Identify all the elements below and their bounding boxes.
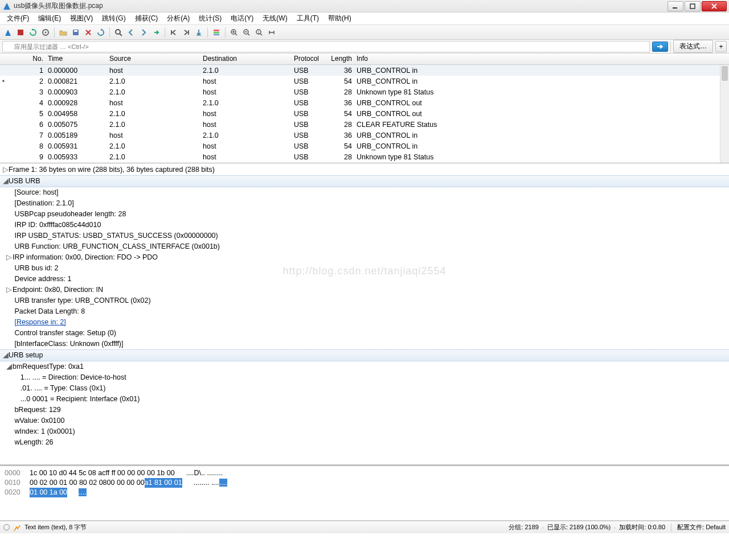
detail-line[interactable]: URB bus id: 2: [0, 263, 729, 274]
detail-line[interactable]: [Destination: 2.1.0]: [0, 198, 729, 209]
detail-line[interactable]: ...0 0001 = Recipient: Interface (0x01): [0, 394, 729, 405]
detail-line[interactable]: Device address: 1: [0, 274, 729, 285]
detail-line[interactable]: ▷Endpoint: 0x80, Direction: IN: [0, 285, 729, 295]
close-file-icon[interactable]: [83, 27, 94, 38]
packet-bytes[interactable]: 00001c 00 10 d0 44 5c 08 ac ff ff 00 00 …: [0, 466, 729, 521]
hex-row[interactable]: 001000 02 00 01 00 80 02 08 00 00 00 00 …: [5, 478, 724, 488]
detail-line[interactable]: IRP USBD_STATUS: USBD_STATUS_SUCCESS (0x…: [0, 230, 729, 241]
detail-line[interactable]: ▷IRP information: 0x00, Direction: FDO -…: [0, 252, 729, 263]
minimize-button[interactable]: [667, 1, 683, 11]
menu-item[interactable]: 捕获(C): [130, 13, 163, 24]
table-row[interactable]: 90.0059332.1.0hostUSB28Unknown type 81 S…: [0, 151, 729, 162]
detail-line[interactable]: Packet Data Length: 8: [0, 306, 729, 317]
svg-rect-1: [690, 4, 695, 9]
apply-filter-button[interactable]: [652, 42, 668, 52]
table-row[interactable]: 40.000928host2.1.0USB36URB_CONTROL out: [0, 97, 729, 108]
col-destination[interactable]: Destination: [200, 53, 292, 64]
detail-line[interactable]: ◢bmRequestType: 0xa1: [0, 361, 729, 372]
auto-scroll-icon[interactable]: [193, 27, 204, 38]
menu-item[interactable]: 帮助(H): [323, 13, 356, 24]
capture-options-icon[interactable]: [40, 27, 51, 38]
detail-line[interactable]: USBPcap pseudoheader length: 28: [0, 209, 729, 220]
colorize-icon[interactable]: [211, 27, 222, 38]
expression-button[interactable]: 表达式…: [673, 40, 713, 53]
detail-line[interactable]: URB Function: URB_FUNCTION_CLASS_INTERFA…: [0, 241, 729, 252]
detail-line[interactable]: [Response in: 2]: [0, 317, 729, 328]
table-row[interactable]: 80.0059312.1.0hostUSB54URB_CONTROL in: [0, 141, 729, 151]
go-forward-icon[interactable]: [138, 27, 149, 38]
restart-capture-icon[interactable]: [27, 27, 39, 38]
start-capture-icon[interactable]: [2, 27, 14, 38]
go-last-icon[interactable]: [181, 27, 192, 38]
detail-line[interactable]: wValue: 0x0100: [0, 415, 729, 426]
menu-item[interactable]: 工具(T): [292, 13, 323, 24]
toolbar: 1: [0, 25, 729, 40]
resize-columns-icon[interactable]: [266, 27, 277, 38]
detail-line[interactable]: wIndex: 1 (0x0001): [0, 426, 729, 437]
detail-line[interactable]: URB transfer type: URB_CONTROL (0x02): [0, 295, 729, 306]
detail-line[interactable]: wLength: 26: [0, 437, 729, 448]
hex-row[interactable]: 002001 00 1a 00....: [5, 488, 724, 497]
hex-row[interactable]: 00001c 00 10 d0 44 5c 08 ac ff ff 00 00 …: [5, 468, 724, 478]
detail-line[interactable]: IRP ID: 0xffffac085c44d010: [0, 220, 729, 230]
table-row[interactable]: 10.000000host2.1.0USB36URB_CONTROL in: [0, 65, 729, 76]
window-title: usb摄像头抓取图像数据.pcap: [14, 1, 666, 11]
close-button[interactable]: [702, 1, 727, 11]
col-protocol[interactable]: Protocol: [292, 53, 326, 64]
menu-item[interactable]: 跳转(G): [97, 13, 130, 24]
menu-item[interactable]: 视图(V): [65, 13, 97, 24]
menu-item[interactable]: 统计(S): [194, 13, 226, 24]
status-bar: Text item (text), 8 字节 分组: 2189 · 已显示: 2…: [0, 521, 729, 533]
col-time[interactable]: Time: [46, 53, 107, 64]
reload-icon[interactable]: [95, 27, 107, 38]
titlebar: usb摄像头抓取图像数据.pcap: [0, 0, 729, 13]
detail-line[interactable]: [bInterfaceClass: Unknown (0xffff)]: [0, 339, 729, 349]
detail-line[interactable]: 1... .... = Direction: Device-to-host: [0, 372, 729, 383]
col-source[interactable]: Source: [107, 53, 200, 64]
menu-item[interactable]: 文件(F): [2, 13, 34, 24]
svg-rect-0: [673, 7, 677, 9]
go-to-icon[interactable]: [150, 27, 162, 38]
capture-file-icon[interactable]: [13, 524, 21, 532]
zoom-reset-icon[interactable]: 1: [253, 27, 265, 38]
col-length[interactable]: Length: [326, 53, 354, 64]
open-file-icon[interactable]: [58, 27, 69, 38]
detail-line[interactable]: [Source: host]: [0, 187, 729, 198]
menu-item[interactable]: 分析(A): [162, 13, 194, 24]
detail-line[interactable]: ◢URB setup: [0, 349, 729, 361]
go-back-icon[interactable]: [125, 27, 137, 38]
menu-item[interactable]: 编辑(E): [34, 13, 65, 24]
svg-rect-8: [196, 35, 201, 36]
zoom-out-icon[interactable]: [241, 27, 252, 38]
svg-rect-11: [214, 34, 219, 35]
add-filter-button[interactable]: +: [715, 41, 727, 52]
display-filter-input[interactable]: [2, 41, 650, 52]
find-icon[interactable]: [113, 27, 124, 38]
save-file-icon[interactable]: [70, 27, 81, 38]
packet-details[interactable]: http://blog.csdn.net/tanjiaqi2554 ▷Frame…: [0, 163, 729, 466]
detail-line[interactable]: Control transfer stage: Setup (0): [0, 328, 729, 339]
app-icon: [2, 2, 11, 11]
menu-item[interactable]: 电话(Y): [226, 13, 258, 24]
zoom-in-icon[interactable]: [228, 27, 240, 38]
detail-line[interactable]: ◢USB URB: [0, 175, 729, 187]
table-row[interactable]: 30.0009032.1.0hostUSB28Unknown type 81 S…: [0, 87, 729, 97]
go-first-icon[interactable]: [168, 27, 179, 38]
col-no[interactable]: No.: [7, 53, 46, 64]
svg-point-4: [45, 31, 47, 33]
table-row[interactable]: •20.0008212.1.0hostUSB54URB_CONTROL in: [0, 76, 729, 87]
svg-point-7: [116, 30, 120, 34]
table-row[interactable]: 70.005189host2.1.0USB36URB_CONTROL in: [0, 130, 729, 141]
col-info[interactable]: Info: [354, 53, 720, 64]
table-row[interactable]: 60.0050752.1.0hostUSB28CLEAR FEATURE Sta…: [0, 119, 729, 130]
detail-line[interactable]: bRequest: 129: [0, 405, 729, 415]
detail-line[interactable]: .01. .... = Type: Class (0x1): [0, 383, 729, 394]
table-row[interactable]: 50.0049582.1.0hostUSB54URB_CONTROL out: [0, 108, 729, 119]
expert-info-icon[interactable]: [3, 524, 10, 530]
detail-line[interactable]: ▷Frame 1: 36 bytes on wire (288 bits), 3…: [0, 164, 729, 175]
packet-list-scrollbar[interactable]: [720, 65, 729, 163]
status-profile: 配置文件: Default: [677, 523, 726, 532]
maximize-button[interactable]: [685, 1, 701, 11]
menu-item[interactable]: 无线(W): [258, 13, 292, 24]
stop-capture-icon[interactable]: [15, 27, 26, 38]
